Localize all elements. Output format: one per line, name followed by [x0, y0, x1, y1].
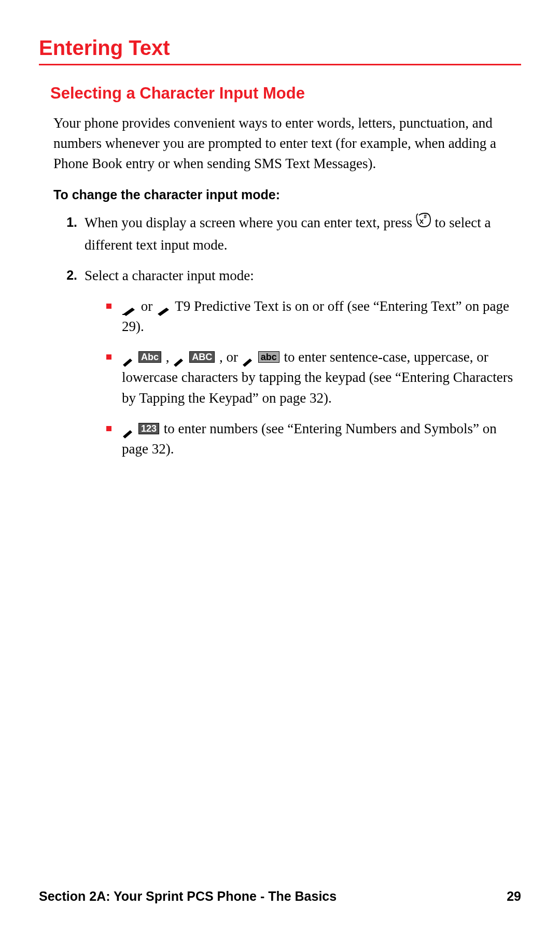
- step-text: When you display a screen where you can …: [85, 213, 521, 255]
- hash-key-icon: #: [416, 212, 431, 233]
- svg-text:#: #: [424, 214, 427, 219]
- pencil-icon: [242, 352, 257, 363]
- bullet-square-icon: [106, 354, 111, 360]
- abc-upper-label: ABC: [189, 351, 215, 363]
- step-text: Select a character input mode:: [85, 266, 521, 286]
- footer-section-title: Section 2A: Your Sprint PCS Phone - The …: [39, 889, 337, 904]
- pencil-off-icon: [156, 301, 172, 312]
- svg-rect-17: [125, 432, 126, 433]
- svg-rect-3: [128, 308, 129, 309]
- svg-rect-14: [245, 361, 246, 362]
- section-subtitle: Selecting a Character Input Mode: [50, 84, 521, 103]
- page-footer: Section 2A: Your Sprint PCS Phone - The …: [39, 889, 521, 904]
- bullet3-rest: to enter numbers (see “Entering Numbers …: [122, 421, 497, 457]
- svg-rect-13: [179, 359, 180, 360]
- pencil-icon: [122, 352, 137, 363]
- page-title: Entering Text: [39, 36, 521, 65]
- svg-rect-18: [127, 431, 128, 432]
- abc-lower-label: abc: [258, 351, 279, 363]
- numbers-label: 123: [138, 423, 159, 434]
- instruction-heading: To change the character input mode:: [50, 187, 521, 202]
- pencil-icon: [122, 424, 137, 434]
- step-2: 2. Select a character input mode:: [50, 266, 521, 286]
- bullet-square-icon: [106, 426, 111, 431]
- svg-rect-4: [130, 307, 131, 308]
- step-number: 2.: [63, 266, 85, 286]
- svg-rect-2: [125, 310, 127, 311]
- main-content: Selecting a Character Input Mode Your ph…: [39, 84, 521, 459]
- svg-rect-16: [248, 359, 249, 360]
- intro-paragraph: Your phone provides convenient ways to e…: [50, 113, 521, 174]
- svg-rect-7: [164, 307, 165, 308]
- abc-sentence-label: Abc: [138, 351, 161, 363]
- svg-rect-19: [128, 430, 129, 431]
- svg-rect-15: [246, 360, 247, 361]
- svg-rect-11: [176, 361, 177, 362]
- step1-text-a: When you display a screen where you can …: [85, 215, 416, 230]
- bullet-list: or T9 Predictive Text is on or off (see …: [50, 296, 521, 459]
- svg-rect-8: [125, 361, 126, 362]
- step-1: 1. When you display a screen where you c…: [50, 213, 521, 255]
- bullet-item: 123 to enter numbers (see “Entering Numb…: [106, 419, 521, 459]
- step-number: 1.: [63, 213, 85, 255]
- bullet-square-icon: [106, 304, 111, 309]
- bullet-text: or T9 Predictive Text is on or off (see …: [122, 296, 521, 337]
- pencil-icon: [173, 352, 188, 363]
- svg-rect-9: [127, 360, 128, 361]
- bullet2-sep1: ,: [166, 349, 173, 365]
- bullet2-sep2: , or: [219, 349, 242, 365]
- bullet-text: 123 to enter numbers (see “Entering Numb…: [122, 419, 521, 459]
- svg-rect-12: [177, 360, 178, 361]
- bullet-item: Abc , ABC , or: [106, 347, 521, 408]
- svg-rect-5: [160, 310, 161, 311]
- bullet-item: or T9 Predictive Text is on or off (see …: [106, 296, 521, 337]
- footer-page-number: 29: [507, 889, 521, 904]
- svg-rect-10: [128, 359, 129, 360]
- bullet1-or: or: [141, 298, 156, 314]
- svg-rect-6: [162, 308, 163, 309]
- bullet-text: Abc , ABC , or: [122, 347, 521, 408]
- bullet1-rest: T9 Predictive Text is on or off (see “En…: [122, 298, 509, 334]
- pencil-on-icon: [122, 301, 137, 312]
